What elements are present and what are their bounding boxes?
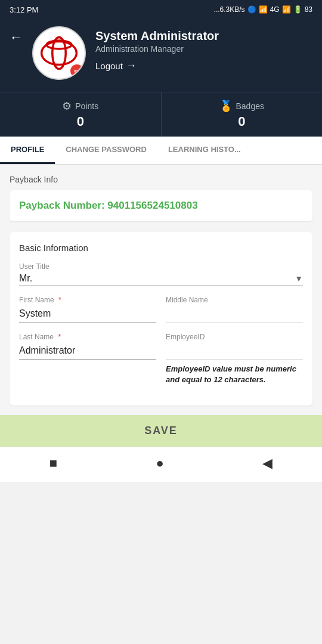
battery-level: 83: [305, 5, 312, 14]
back-nav-button[interactable]: ◀: [262, 456, 273, 471]
points-value: 0: [77, 114, 84, 129]
dropdown-arrow-icon: ▼: [295, 274, 303, 283]
basic-info-section: Basic Information User Title Mr. Ms. Mrs…: [10, 232, 312, 405]
bluetooth-icon: 🔵: [247, 5, 256, 14]
header: ← ✏ System Administrator Administration …: [0, 19, 322, 92]
status-bar: 3:12 PM ...6.3KB/s 🔵 📶 4G 📶 🔋 83: [0, 0, 322, 19]
name-row: First Name * Middle Name: [19, 296, 303, 323]
user-name: System Administrator: [95, 29, 312, 43]
last-name-row: Last Name * EmployeeID EmployeeID value …: [19, 333, 303, 385]
content-area: Payback Info Payback Number: 94011565245…: [0, 165, 322, 415]
first-name-input[interactable]: [19, 306, 156, 323]
employee-id-group: EmployeeID EmployeeID value must be nume…: [166, 333, 303, 385]
points-label: Points: [75, 101, 98, 111]
last-name-label: Last Name *: [19, 333, 156, 341]
logout-arrow-icon: →: [126, 60, 137, 72]
signal-icon: 📶: [259, 5, 268, 14]
last-name-input[interactable]: [19, 343, 156, 360]
basic-info-title: Basic Information: [19, 243, 303, 253]
save-button[interactable]: SAVE: [144, 425, 178, 437]
user-title-label: User Title: [19, 262, 303, 271]
tabs: PROFILE CHANGE PASSWORD LEARNING HISTO..…: [0, 137, 322, 165]
wifi-icon: 📶: [282, 5, 291, 14]
stats-bar: ⚙ Points 0 🏅 Badges 0: [0, 92, 322, 137]
user-title-group: User Title Mr. Ms. Mrs. Dr. ▼: [19, 262, 303, 286]
tab-learning-history[interactable]: LEARNING HISTO...: [157, 137, 252, 164]
tab-profile[interactable]: PROFILE: [0, 137, 55, 164]
user-title-select-wrapper[interactable]: Mr. Ms. Mrs. Dr. ▼: [19, 273, 303, 286]
points-icon: ⚙: [62, 100, 72, 113]
user-info: System Administrator Administration Mana…: [95, 26, 312, 72]
last-name-group: Last Name *: [19, 333, 156, 385]
status-icons: ...6.3KB/s 🔵 📶 4G 📶 🔋 83: [214, 5, 312, 14]
badges-label: Badges: [236, 101, 264, 111]
status-time: 3:12 PM: [10, 5, 38, 14]
badges-value: 0: [238, 114, 245, 129]
payback-label: Payback Number:: [19, 200, 107, 211]
logout-label: Logout: [95, 61, 123, 71]
first-name-group: First Name *: [19, 296, 156, 323]
avatar-badge: ✏: [70, 64, 83, 78]
user-role: Administration Manager: [95, 44, 312, 54]
employee-id-error: EmployeeID value must be numeric and equ…: [166, 364, 303, 385]
user-title-row: User Title Mr. Ms. Mrs. Dr. ▼: [19, 262, 303, 286]
payback-card: Payback Number: 9401156524510803: [10, 190, 312, 221]
data-speed: ...6.3KB/s: [214, 5, 245, 14]
employee-id-label: EmployeeID: [166, 333, 303, 341]
stop-button[interactable]: ■: [49, 456, 57, 471]
middle-name-label: Middle Name: [166, 296, 303, 304]
middle-name-input[interactable]: [166, 306, 303, 323]
points-stat: ⚙ Points 0: [0, 92, 162, 137]
home-button[interactable]: ●: [156, 456, 164, 471]
user-title-select[interactable]: Mr. Ms. Mrs. Dr.: [19, 273, 295, 283]
badges-stat: 🏅 Badges 0: [162, 92, 323, 137]
payback-value: 9401156524510803: [107, 200, 197, 211]
logout-button[interactable]: Logout →: [95, 60, 137, 72]
employee-id-input[interactable]: [166, 343, 303, 360]
battery-icon: 🔋: [293, 5, 302, 14]
first-name-required: *: [58, 296, 61, 304]
first-name-label: First Name *: [19, 296, 156, 304]
badges-icon: 🏅: [219, 100, 233, 113]
save-bar: SAVE: [0, 415, 322, 447]
avatar: ✏: [32, 26, 86, 80]
last-name-required: *: [58, 333, 61, 341]
back-button[interactable]: ←: [10, 31, 23, 44]
payback-number: Payback Number: 9401156524510803: [19, 200, 198, 211]
middle-name-group: Middle Name: [166, 296, 303, 323]
bottom-nav: ■ ● ◀: [0, 447, 322, 482]
network-icon: 4G: [270, 5, 280, 14]
tab-change-password[interactable]: CHANGE PASSWORD: [55, 137, 157, 164]
payback-section-title: Payback Info: [10, 175, 312, 184]
